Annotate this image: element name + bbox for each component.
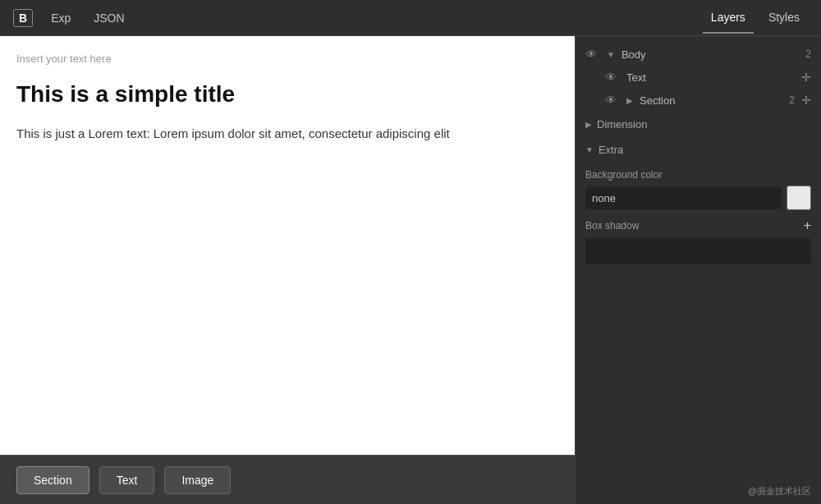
eye-icon-body[interactable]: 👁	[585, 48, 600, 61]
bg-color-swatch[interactable]	[787, 186, 811, 210]
extra-arrow-icon: ▼	[585, 145, 594, 154]
bg-color-input[interactable]	[585, 187, 782, 209]
layer-text-label: Text	[626, 71, 795, 84]
bottom-toolbar: Section Text Image	[0, 455, 575, 504]
top-bar-left: B Exp JSON	[13, 8, 130, 28]
image-button[interactable]: Image	[164, 466, 231, 494]
layer-section-label: Section	[640, 94, 782, 107]
move-icon-section[interactable]: ✛	[801, 94, 811, 107]
tab-layers[interactable]: Layers	[703, 2, 754, 34]
eye-icon-text[interactable]: 👁	[605, 71, 620, 84]
watermark: @掘金技术社区	[748, 485, 811, 497]
section-button[interactable]: Section	[16, 466, 89, 494]
right-panel: 👁 ▼ Body 2 👁 Text ✛ 👁 ▶ Section 2 ✛	[575, 36, 821, 504]
eye-icon-section[interactable]: 👁	[605, 94, 620, 107]
dimension-arrow-icon: ▶	[585, 120, 592, 129]
box-shadow-row-header: Box shadow +	[585, 218, 811, 233]
dimension-section-header[interactable]: ▶ Dimension	[576, 112, 821, 137]
bold-button[interactable]: B	[13, 9, 33, 27]
layer-body-label: Body	[621, 48, 799, 61]
arrow-body: ▼	[607, 50, 615, 59]
canvas-title: This is a simple title	[16, 81, 558, 108]
text-button[interactable]: Text	[99, 466, 155, 494]
top-bar: B Exp JSON Layers Styles	[0, 0, 821, 36]
canvas-area: Insert your text here This is a simple t…	[0, 36, 575, 504]
move-icon-text[interactable]: ✛	[801, 71, 811, 84]
canvas-content[interactable]: Insert your text here This is a simple t…	[0, 36, 575, 455]
bg-color-label: Background color	[585, 169, 811, 181]
canvas-body-text: This is just a Lorem text: Lorem ipsum d…	[16, 124, 558, 144]
layer-body[interactable]: 👁 ▼ Body 2	[576, 43, 821, 66]
exp-button[interactable]: Exp	[46, 8, 76, 28]
extra-section-header[interactable]: ▼ Extra	[576, 137, 821, 163]
main-area: Insert your text here This is a simple t…	[0, 36, 821, 504]
arrow-section: ▶	[626, 96, 633, 105]
box-shadow-label: Box shadow	[585, 220, 639, 231]
layer-body-count: 2	[805, 48, 811, 60]
json-button[interactable]: JSON	[89, 8, 129, 28]
dimension-label: Dimension	[597, 118, 647, 131]
layer-section-count: 2	[789, 94, 795, 106]
top-bar-right: Layers Styles	[703, 2, 808, 34]
bg-color-row	[585, 186, 811, 210]
layer-section[interactable]: 👁 ▶ Section 2 ✛	[576, 89, 821, 112]
layers-section: 👁 ▼ Body 2 👁 Text ✛ 👁 ▶ Section 2 ✛	[576, 36, 821, 504]
insert-text-label: Insert your text here	[16, 53, 558, 65]
layer-text[interactable]: 👁 Text ✛	[576, 66, 821, 89]
box-shadow-add-button[interactable]: +	[804, 218, 811, 233]
extra-label: Extra	[599, 144, 623, 156]
box-shadow-preview	[585, 238, 811, 264]
styles-section: Background color Box shadow +	[576, 163, 821, 271]
tab-styles[interactable]: Styles	[760, 2, 808, 34]
